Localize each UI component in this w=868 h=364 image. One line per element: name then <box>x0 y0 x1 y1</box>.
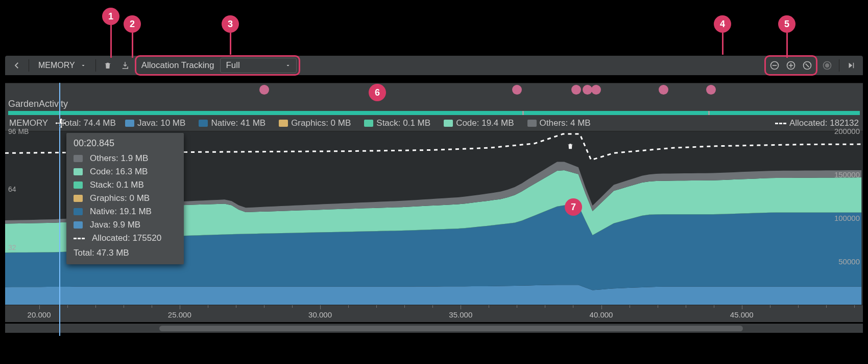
svg-point-4 <box>826 64 829 67</box>
activity-bar <box>8 111 860 115</box>
callout-line-3 <box>230 33 231 55</box>
separator <box>95 59 96 72</box>
separator <box>29 59 29 72</box>
time-tick-label: 30.000 <box>308 310 332 319</box>
legend-item-native: Native: 41 MB <box>199 118 266 128</box>
swatch-graphics <box>279 120 288 127</box>
y-right-tick: 150000 <box>834 170 860 179</box>
profiler-toolbar: MEMORY Allocation Tracking Full <box>5 56 863 75</box>
swatch-native <box>74 208 83 215</box>
zoom-in-button[interactable] <box>783 58 799 73</box>
tooltip-allocated: Allocated: 175520 <box>74 232 175 245</box>
gc-event-marker <box>566 141 575 152</box>
legend-title: MEMORY <box>9 118 48 128</box>
callout-line-4 <box>722 33 724 55</box>
y-left-tick: 96 MB <box>8 127 29 135</box>
callout-6: 6 <box>369 84 386 101</box>
dashed-line-swatch <box>74 238 85 239</box>
profiler-select-label: MEMORY <box>38 61 75 70</box>
tooltip-row-java: Java: 9.9 MB <box>74 218 175 232</box>
y-right-tick: 50000 <box>838 257 860 266</box>
user-input-event-dot <box>706 85 716 95</box>
user-input-event-dot <box>591 85 601 95</box>
swatch-java <box>74 221 83 229</box>
allocation-tracking-group: Allocation Tracking Full <box>135 55 301 76</box>
chevron-down-icon <box>80 62 86 69</box>
zoom-out-button[interactable] <box>767 58 782 73</box>
swatch-stack <box>364 120 373 127</box>
time-tick-label: 45.000 <box>730 310 754 319</box>
dashed-line-swatch <box>775 123 786 124</box>
tooltip-row-native: Native: 19.1 MB <box>74 205 175 218</box>
user-input-event-dot <box>571 85 581 95</box>
tooltip-row-code: Code: 16.3 MB <box>74 165 175 178</box>
time-tick-label: 40.000 <box>590 310 613 319</box>
move-icon <box>55 117 68 130</box>
legend-total: Total: 74.4 MB <box>60 118 116 128</box>
timeline-scrollbar-track[interactable] <box>5 324 863 333</box>
legend-item-code: Code: 19.4 MB <box>444 118 514 128</box>
trash-icon <box>104 61 112 70</box>
swatch-stack <box>74 181 83 189</box>
tooltip-row-graphics: Graphics: 0 MB <box>74 192 175 205</box>
zoom-in-icon <box>786 60 796 71</box>
tooltip-row-others: Others: 1.9 MB <box>74 152 175 165</box>
jump-to-live-button[interactable] <box>843 58 859 73</box>
cursor-move-handle[interactable] <box>54 117 68 131</box>
force-gc-button[interactable] <box>100 58 115 73</box>
swatch-others <box>74 155 83 162</box>
callout-line-1 <box>110 25 112 58</box>
reset-zoom-icon <box>802 60 812 71</box>
reset-zoom-button[interactable] <box>800 58 815 73</box>
callout-2: 2 <box>124 15 141 33</box>
jump-to-end-icon <box>847 61 856 70</box>
tooltip-time: 00:20.845 <box>74 138 175 149</box>
callout-line-2 <box>132 33 133 58</box>
zoom-controls-group <box>764 55 817 76</box>
timeline-scrollbar-thumb[interactable] <box>159 326 742 331</box>
callout-5: 5 <box>778 15 795 33</box>
legend-item-java: Java: 10 MB <box>125 118 186 128</box>
swatch-code <box>74 168 83 175</box>
swatch-others <box>527 120 537 127</box>
callout-3: 3 <box>222 15 239 33</box>
time-tick-label: 25.000 <box>168 310 191 319</box>
zoom-out-icon <box>769 60 780 71</box>
time-tick-label: 35.000 <box>449 310 472 319</box>
attach-live-button[interactable] <box>819 58 835 73</box>
user-input-event-dot <box>259 85 269 95</box>
download-icon <box>120 61 130 70</box>
y-left-tick: 64 <box>8 185 16 193</box>
tooltip-total: Total: 47.3 MB <box>74 248 175 258</box>
user-input-event-dot <box>659 85 668 95</box>
callout-4: 4 <box>714 15 731 33</box>
y-left-tick: 32 <box>8 243 16 252</box>
memory-legend: MEMORY Total: 74.4 MB Java: 10 MBNative:… <box>5 116 863 131</box>
swatch-code <box>444 120 453 127</box>
y-right-tick: 100000 <box>834 214 860 222</box>
time-tick-label: 20.000 <box>28 310 51 319</box>
capture-heap-dump-button[interactable] <box>117 58 133 73</box>
area-java <box>5 285 861 305</box>
activity-timeline[interactable]: GardenActivity <box>5 83 863 116</box>
swatch-graphics <box>74 195 83 202</box>
swatch-native <box>199 120 208 127</box>
swatch-java <box>125 120 134 127</box>
callout-7: 7 <box>565 198 582 216</box>
back-button[interactable] <box>9 58 25 73</box>
allocation-tracking-select[interactable]: Full <box>220 58 297 73</box>
allocation-tracking-value: Full <box>226 60 239 71</box>
profiler-select[interactable]: MEMORY <box>33 58 91 73</box>
legend-item-others: Others: 4 MB <box>527 118 591 128</box>
y-right-tick: 200000 <box>834 127 860 135</box>
legend-item-graphics: Graphics: 0 MB <box>279 118 351 128</box>
trash-icon <box>567 142 574 151</box>
tooltip-row-stack: Stack: 0.1 MB <box>74 178 175 192</box>
time-axis: 20.00025.00030.00035.00040.00045.000 <box>5 305 863 322</box>
separator <box>839 59 839 72</box>
user-input-event-dot <box>512 85 522 95</box>
chevron-down-icon <box>285 62 291 69</box>
callout-1: 1 <box>102 8 119 25</box>
legend-item-stack: Stack: 0.1 MB <box>364 118 430 128</box>
callout-line-5 <box>786 33 788 58</box>
